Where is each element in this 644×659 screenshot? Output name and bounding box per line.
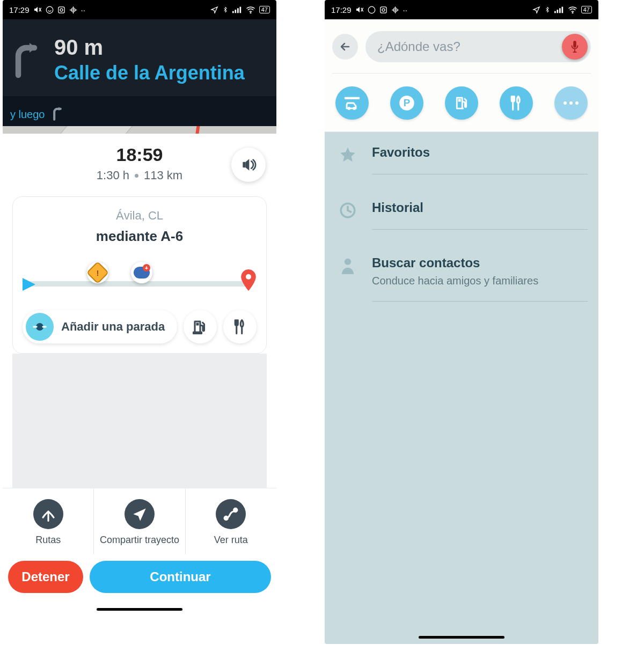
search-header: ¿Adónde vas? P xyxy=(325,19,598,131)
speaker-icon xyxy=(240,156,257,173)
hazard-pin-icon[interactable]: ! xyxy=(87,262,108,283)
route-progress-track: ! + xyxy=(23,266,257,296)
svg-point-31 xyxy=(353,107,356,110)
search-input[interactable]: ¿Adónde vas? xyxy=(365,31,591,62)
nav-street: Calle de la Argentina xyxy=(54,62,245,84)
svg-rect-7 xyxy=(235,10,236,13)
add-stop-icon xyxy=(26,313,54,341)
food-icon xyxy=(508,95,524,111)
svg-point-36 xyxy=(569,101,573,105)
arrow-left-icon xyxy=(339,40,352,53)
clock-icon xyxy=(339,201,357,219)
category-more[interactable] xyxy=(554,86,588,120)
routes-icon xyxy=(40,506,56,522)
star-icon xyxy=(339,146,357,164)
wifi-icon xyxy=(246,6,255,13)
view-route-button[interactable]: Ver ruta xyxy=(186,488,276,554)
nav-distance: 90 m xyxy=(54,35,245,60)
svg-rect-8 xyxy=(237,8,239,13)
eta-time: 18:59 xyxy=(12,144,267,165)
view-route-label: Ver ruta xyxy=(214,534,248,546)
gas-station-button[interactable] xyxy=(184,310,217,343)
send-icon xyxy=(132,507,147,522)
svg-rect-3 xyxy=(58,6,64,12)
microphone-icon xyxy=(569,40,581,54)
route-path-icon xyxy=(223,506,239,522)
more-notifications-icon: ·· xyxy=(403,5,407,14)
gas-pump-icon xyxy=(192,319,208,335)
mute-icon xyxy=(33,5,42,14)
svg-rect-28 xyxy=(573,41,576,48)
svg-point-12 xyxy=(246,274,251,280)
svg-rect-6 xyxy=(232,11,234,13)
battery-icon: 47 xyxy=(259,6,270,13)
svg-rect-29 xyxy=(345,97,360,99)
svg-rect-34 xyxy=(458,99,461,102)
svg-point-27 xyxy=(572,12,573,13)
category-gas[interactable] xyxy=(445,86,478,120)
add-stop-button[interactable]: Añadir una parada xyxy=(23,310,177,343)
route-destination: Ávila, CL xyxy=(23,209,257,223)
whatsapp-icon xyxy=(46,6,54,14)
person-icon xyxy=(340,257,356,275)
history-item[interactable]: Historial xyxy=(325,187,598,243)
contacts-item[interactable]: Buscar contactos Conduce hacia amigos y … xyxy=(325,243,598,314)
svg-point-19 xyxy=(368,6,375,13)
routes-button[interactable]: Rutas xyxy=(3,488,94,554)
svg-rect-9 xyxy=(239,7,241,13)
category-parking[interactable]: P xyxy=(390,86,423,120)
favorites-item[interactable]: Favoritos xyxy=(325,132,598,187)
svg-text:P: P xyxy=(404,97,411,108)
add-stop-label: Añadir una parada xyxy=(61,320,165,334)
navigation-instruction-panel: 90 m Calle de la Argentina y luego xyxy=(3,19,276,126)
separator-dot xyxy=(135,174,138,178)
bluetooth-icon xyxy=(544,5,551,14)
mute-icon xyxy=(355,5,364,14)
share-trip-button[interactable]: Compartir trayecto xyxy=(94,488,185,554)
eta-distance: 113 km xyxy=(144,169,182,182)
svg-rect-26 xyxy=(561,7,563,13)
stop-button[interactable]: Detener xyxy=(8,561,83,593)
more-horizontal-icon xyxy=(562,100,580,106)
contacts-subtitle: Conduce hacia amigos y familiares xyxy=(372,275,588,287)
svg-point-37 xyxy=(575,101,579,105)
phone-right-search: 17:29 ·· 47 ¿Adónde vas? xyxy=(325,0,598,644)
wifi-icon xyxy=(568,6,577,13)
phone-left-navigation: 17:29 ·· 47 90 m Calle de la Argentina y… xyxy=(3,0,276,644)
svg-rect-20 xyxy=(380,6,386,12)
route-summary-card: Ávila, CL mediante A-6 ! + Añadir una pa… xyxy=(12,196,267,354)
food-icon xyxy=(232,319,248,335)
sound-button[interactable] xyxy=(231,148,266,182)
share-trip-label: Compartir trayecto xyxy=(100,534,179,546)
food-button[interactable] xyxy=(223,310,257,343)
home-indicator[interactable] xyxy=(97,608,182,611)
continue-button[interactable]: Continuar xyxy=(90,561,271,593)
voice-search-button[interactable] xyxy=(562,34,588,60)
drivethru-icon xyxy=(343,94,361,112)
svg-rect-14 xyxy=(196,323,199,326)
home-indicator[interactable] xyxy=(419,636,504,639)
back-button[interactable] xyxy=(332,34,358,60)
signal-icon xyxy=(232,6,242,13)
traffic-pin-icon[interactable]: + xyxy=(131,262,152,283)
more-notifications-icon: ·· xyxy=(81,5,85,14)
category-drivethru[interactable] xyxy=(335,86,369,120)
svg-point-39 xyxy=(345,259,351,265)
destinations-list: Favoritos Historial Buscar contactos Con… xyxy=(325,132,598,644)
instagram-icon xyxy=(379,6,387,14)
contacts-title: Buscar contactos xyxy=(372,255,588,270)
parking-icon: P xyxy=(399,95,415,111)
map-preview-sliver xyxy=(3,126,276,134)
bluetooth-icon xyxy=(222,5,229,14)
photos-icon xyxy=(69,6,77,14)
start-marker-icon xyxy=(23,278,35,291)
photos-icon xyxy=(391,6,399,14)
svg-rect-23 xyxy=(554,11,556,13)
svg-point-35 xyxy=(564,101,567,105)
routes-label: Rutas xyxy=(35,534,61,546)
primary-buttons-row: Detener Continuar xyxy=(3,554,276,608)
svg-rect-24 xyxy=(557,10,558,13)
svg-rect-11 xyxy=(243,162,245,168)
destination-pin-icon xyxy=(240,269,257,293)
category-food[interactable] xyxy=(500,86,533,120)
